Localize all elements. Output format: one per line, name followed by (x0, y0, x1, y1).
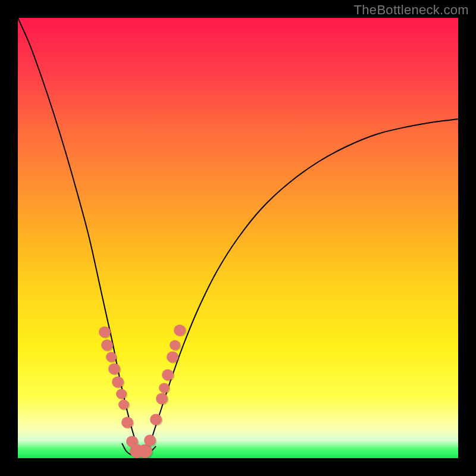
data-point (106, 352, 117, 362)
plot-area (18, 18, 458, 458)
data-point (118, 399, 129, 409)
data-points (99, 325, 187, 459)
data-point (108, 364, 120, 375)
data-point (167, 352, 178, 363)
data-point (156, 393, 168, 405)
data-point (159, 383, 170, 393)
data-point (121, 417, 133, 428)
curve-layer (18, 18, 458, 458)
data-point (101, 340, 113, 351)
data-point (144, 435, 156, 446)
chart-canvas: TheBottleneck.com (0, 0, 476, 476)
data-point (162, 369, 174, 381)
data-point (174, 325, 186, 336)
data-point (112, 377, 124, 388)
data-point (170, 340, 180, 350)
data-point (150, 414, 162, 425)
watermark-text: TheBottleneck.com (354, 2, 469, 18)
data-point (116, 389, 127, 399)
right-curve (146, 119, 458, 452)
data-point (99, 327, 111, 338)
